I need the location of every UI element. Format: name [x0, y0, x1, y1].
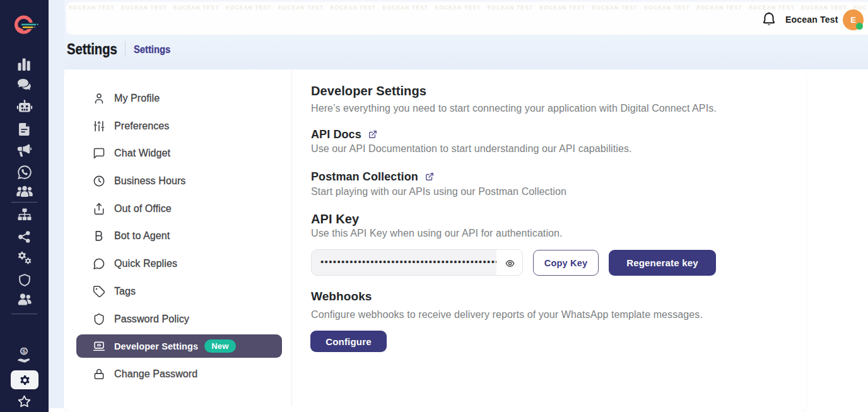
svg-text:$: $: [22, 348, 26, 355]
